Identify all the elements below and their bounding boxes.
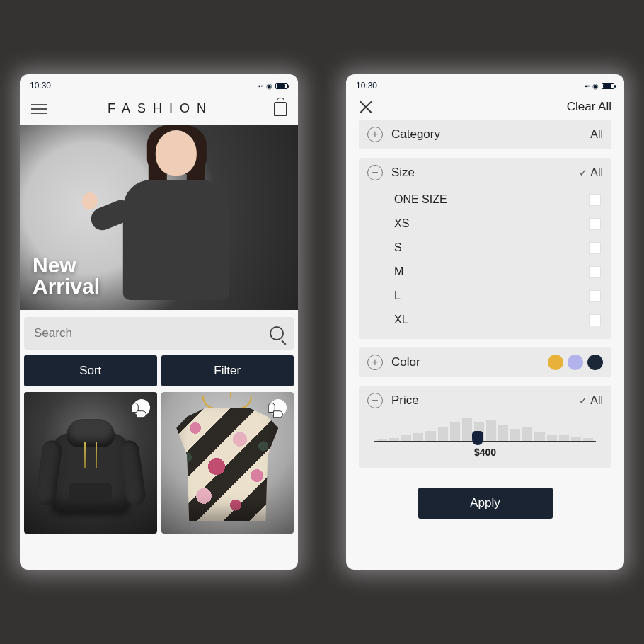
product-card[interactable] xyxy=(24,392,157,534)
status-time: 10:30 xyxy=(356,81,377,91)
hero-title-line1: New xyxy=(33,255,100,276)
browse-screen: 10:30 ▪▫ ◉ FASHION New Arrival S xyxy=(20,74,298,570)
search-icon[interactable] xyxy=(270,326,284,340)
color-swatches xyxy=(548,355,603,370)
close-icon[interactable] xyxy=(359,100,373,114)
collapse-icon: − xyxy=(367,393,383,408)
category-header[interactable]: + Category All xyxy=(359,120,611,149)
price-value: ✓ All xyxy=(579,394,603,407)
color-swatch[interactable] xyxy=(587,355,603,370)
battery-icon xyxy=(275,83,288,89)
status-icons: ▪▫ ◉ xyxy=(585,82,614,90)
price-slider-track[interactable] xyxy=(374,441,596,442)
filter-button[interactable]: Filter xyxy=(161,355,294,386)
price-histogram xyxy=(374,418,596,442)
size-option[interactable]: S xyxy=(391,236,603,260)
checkbox[interactable] xyxy=(590,291,600,301)
favorite-button[interactable] xyxy=(270,399,287,416)
wifi-icon: ◉ xyxy=(592,82,599,90)
price-current-label: $400 xyxy=(374,447,596,458)
check-icon: ✓ xyxy=(579,395,587,406)
size-option-label: XS xyxy=(394,217,409,230)
app-bar: FASHION xyxy=(20,93,298,125)
filter-groups: + Category All − Size ✓ All ONE SIZEXSSM… xyxy=(346,120,624,519)
hero-title: New Arrival xyxy=(33,255,100,297)
filter-top-bar: Clear All xyxy=(346,93,624,120)
color-label: Color xyxy=(391,355,539,369)
color-swatch[interactable] xyxy=(548,355,563,370)
brand-title: FASHION xyxy=(108,101,213,116)
price-header[interactable]: − Price ✓ All xyxy=(359,386,611,415)
checkbox[interactable] xyxy=(590,315,600,326)
price-slider-thumb[interactable] xyxy=(472,431,483,445)
sort-button[interactable]: Sort xyxy=(24,355,157,386)
apply-button[interactable]: Apply xyxy=(418,488,553,519)
check-icon: ✓ xyxy=(579,167,587,178)
size-option-label: M xyxy=(394,265,403,278)
checkbox[interactable] xyxy=(590,219,600,229)
expand-icon: + xyxy=(367,355,383,370)
price-body: $400 xyxy=(359,415,611,468)
color-header[interactable]: + Color xyxy=(359,347,611,377)
menu-icon[interactable] xyxy=(31,104,47,114)
filter-group-category: + Category All xyxy=(359,120,611,149)
sort-filter-row: Sort Filter xyxy=(24,355,294,386)
size-option-label: S xyxy=(394,241,402,254)
wifi-icon: ◉ xyxy=(266,82,272,90)
status-bar: 10:30 ▪▫ ◉ xyxy=(346,74,624,93)
checkbox[interactable] xyxy=(590,243,600,253)
hero-title-line2: Arrival xyxy=(33,276,100,297)
clear-all-button[interactable]: Clear All xyxy=(567,100,611,114)
size-value: ✓ All xyxy=(579,166,603,179)
filter-group-price: − Price ✓ All $400 xyxy=(359,386,611,468)
hero-model-image xyxy=(115,130,236,310)
search-field[interactable] xyxy=(24,317,294,350)
expand-icon: + xyxy=(367,127,383,142)
product-image-hoodie xyxy=(41,412,140,518)
status-bar: 10:30 ▪▫ ◉ xyxy=(20,74,298,93)
status-icons: ▪▫ ◉ xyxy=(258,82,288,90)
heart-icon xyxy=(272,402,284,414)
status-time: 10:30 xyxy=(30,81,51,91)
battery-icon xyxy=(602,83,614,89)
checkbox[interactable] xyxy=(590,267,600,277)
histogram-bar xyxy=(498,425,508,443)
histogram-bar xyxy=(486,420,496,442)
collapse-icon: − xyxy=(367,165,383,180)
shopping-bag-icon[interactable] xyxy=(274,102,287,116)
size-label: Size xyxy=(391,166,570,180)
size-option-label: ONE SIZE xyxy=(394,193,447,206)
size-option-label: XL xyxy=(394,314,408,326)
filter-screen: 10:30 ▪▫ ◉ Clear All + Category All − Si… xyxy=(346,74,624,570)
hanger-icon xyxy=(202,396,252,409)
histogram-bar xyxy=(438,427,448,442)
size-option[interactable]: M xyxy=(391,260,603,284)
category-value: All xyxy=(590,128,603,141)
color-swatch[interactable] xyxy=(568,355,583,370)
size-option-label: L xyxy=(394,289,401,302)
filter-group-color: + Color xyxy=(359,347,611,377)
size-header[interactable]: − Size ✓ All xyxy=(359,158,611,188)
size-option[interactable]: XL xyxy=(391,308,603,332)
apply-row: Apply xyxy=(359,476,611,519)
size-option[interactable]: L xyxy=(391,284,603,308)
price-group-label: Price xyxy=(391,393,570,408)
filter-group-size: − Size ✓ All ONE SIZEXSSMLXL xyxy=(359,158,611,339)
signal-icon: ▪▫ xyxy=(258,82,263,90)
histogram-bar xyxy=(450,422,460,442)
search-input[interactable] xyxy=(34,326,234,340)
category-label: Category xyxy=(391,127,582,142)
size-option[interactable]: XS xyxy=(391,212,603,236)
hero-banner[interactable]: New Arrival xyxy=(20,125,298,310)
signal-icon: ▪▫ xyxy=(585,82,590,90)
size-option[interactable]: ONE SIZE xyxy=(391,188,603,212)
product-grid xyxy=(24,392,294,534)
product-card[interactable] xyxy=(161,392,294,534)
size-options-list: ONE SIZEXSSMLXL xyxy=(359,188,611,339)
heart-icon xyxy=(135,402,147,414)
product-image-shirt xyxy=(174,408,280,521)
favorite-button[interactable] xyxy=(133,399,150,416)
checkbox[interactable] xyxy=(590,195,600,205)
histogram-bar xyxy=(522,427,532,442)
histogram-bar xyxy=(462,418,472,442)
